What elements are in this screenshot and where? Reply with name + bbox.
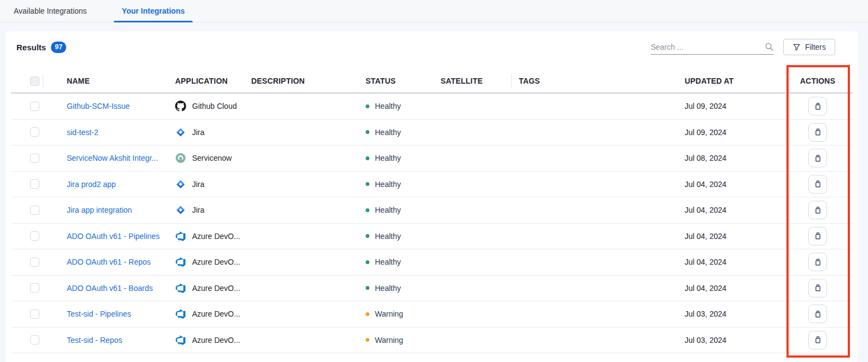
delete-button[interactable] — [808, 279, 827, 297]
status-cell: Healthy — [366, 102, 441, 110]
integration-name-link[interactable]: Jira app integration — [67, 206, 132, 214]
table-row: ADO OAuth v61 - Repos Azure DevO... Heal… — [11, 249, 853, 276]
integration-name-link[interactable]: Jira prod2 app — [67, 180, 116, 189]
trash-icon — [814, 336, 822, 344]
updated-at-cell: Jul 04, 2024 — [685, 180, 743, 189]
table-row: sid-test-2 Jira Healthy Jul 09, 2024 — [11, 120, 853, 146]
trash-icon — [814, 154, 822, 162]
status-label: Healthy — [375, 154, 401, 162]
status-cell: Healthy — [366, 232, 441, 241]
row-checkbox[interactable] — [30, 310, 39, 319]
row-checkbox[interactable] — [30, 127, 39, 137]
status-dot — [366, 156, 369, 160]
table-row: Github-SCM-Issue Github Cloud Healthy Ju… — [11, 94, 853, 120]
status-cell: Warning — [366, 336, 441, 345]
tab-available-integrations[interactable]: Available Integrations — [14, 0, 87, 22]
integrations-table: NAME APPLICATION DESCRIPTION STATUS SATE… — [11, 69, 853, 353]
delete-button[interactable] — [808, 305, 827, 323]
integration-name-link[interactable]: Github-SCM-Issue — [67, 102, 130, 110]
column-header-satellite: SATELLITE — [441, 77, 519, 85]
search-box — [651, 39, 774, 55]
column-header-actions: ACTIONS — [743, 77, 853, 85]
row-checkbox[interactable] — [30, 102, 39, 111]
select-all-checkbox[interactable] — [30, 77, 39, 86]
integration-name-link[interactable]: ADO OAuth v61 - Pipelines — [67, 232, 160, 241]
row-checkbox[interactable] — [30, 154, 39, 163]
table-row: ADO OAuth v61 - Boards Azure DevO... Hea… — [11, 276, 853, 302]
application-label: Azure DevO... — [192, 258, 240, 266]
tab-your-integrations[interactable]: Your Integrations — [114, 0, 193, 22]
application-label: Github Cloud — [192, 102, 237, 110]
results-label: Results — [16, 43, 46, 52]
trash-icon — [814, 284, 822, 292]
integration-name-link[interactable]: ADO OAuth v61 - Boards — [67, 284, 153, 293]
updated-at-cell: Jul 04, 2024 — [685, 206, 743, 214]
servicenow-icon — [175, 153, 186, 164]
updated-at-cell: Jul 03, 2024 — [685, 310, 743, 318]
row-checkbox[interactable] — [30, 231, 39, 241]
delete-button[interactable] — [808, 175, 827, 194]
table-row: Test-sid - Repos Azure DevO... Warning J… — [11, 328, 853, 354]
updated-at-cell: Jul 09, 2024 — [685, 128, 743, 137]
search-input[interactable] — [651, 43, 765, 51]
row-checkbox[interactable] — [30, 335, 39, 345]
column-header-description: DESCRIPTION — [251, 77, 366, 85]
column-header-name: NAME — [67, 77, 175, 85]
table-row: ADO OAuth v61 - Pipelines Azure DevO... … — [11, 224, 853, 250]
status-cell: Healthy — [366, 154, 441, 162]
trash-icon — [814, 258, 822, 266]
table-body: Github-SCM-Issue Github Cloud Healthy Ju… — [11, 94, 853, 353]
updated-at-cell: Jul 04, 2024 — [685, 232, 743, 241]
status-label: Healthy — [375, 180, 401, 189]
delete-button[interactable] — [808, 227, 827, 246]
github-icon — [175, 101, 186, 112]
delete-button[interactable] — [808, 149, 827, 167]
integration-name-link[interactable]: Test-sid - Repos — [67, 336, 122, 345]
status-cell: Healthy — [366, 284, 441, 293]
delete-button[interactable] — [808, 331, 827, 349]
application-label: Servicenow — [192, 154, 232, 162]
results-summary: Results 97 — [16, 42, 66, 53]
status-dot — [366, 286, 369, 290]
updated-at-cell: Jul 03, 2024 — [685, 336, 743, 345]
row-checkbox[interactable] — [30, 258, 39, 267]
row-checkbox[interactable] — [30, 283, 39, 293]
status-dot — [366, 130, 369, 134]
status-label: Warning — [375, 336, 403, 345]
column-header-status: STATUS — [366, 77, 441, 85]
delete-button[interactable] — [808, 123, 827, 142]
application-label: Jira — [192, 128, 205, 137]
filters-label: Filters — [805, 43, 826, 51]
azure-devops-icon — [175, 283, 186, 294]
status-label: Healthy — [375, 128, 401, 137]
delete-button[interactable] — [808, 97, 827, 115]
status-cell: Warning — [366, 310, 441, 318]
row-checkbox[interactable] — [30, 179, 39, 189]
status-cell: Healthy — [366, 180, 441, 189]
delete-button[interactable] — [808, 201, 827, 219]
row-checkbox[interactable] — [30, 206, 39, 215]
status-cell: Healthy — [366, 128, 441, 137]
integration-name-link[interactable]: sid-test-2 — [67, 128, 99, 137]
jira-icon — [175, 179, 186, 190]
delete-button[interactable] — [808, 253, 827, 271]
application-label: Azure DevO... — [192, 232, 240, 241]
status-label: Warning — [375, 310, 403, 318]
integration-name-link[interactable]: ADO OAuth v61 - Repos — [67, 258, 151, 266]
azure-devops-icon — [175, 308, 186, 319]
status-dot — [366, 338, 369, 342]
column-header-updated-at: UPDATED AT — [685, 77, 743, 85]
status-cell: Healthy — [366, 258, 441, 266]
integration-name-link[interactable]: Test-sid - Pipelines — [67, 310, 131, 318]
application-label: Azure DevO... — [192, 336, 240, 345]
updated-at-cell: Jul 04, 2024 — [685, 258, 743, 266]
status-label: Healthy — [375, 258, 401, 266]
filters-button[interactable]: Filters — [783, 39, 835, 55]
updated-at-cell: Jul 08, 2024 — [685, 154, 743, 162]
status-dot — [366, 234, 369, 238]
application-label: Jira — [192, 180, 205, 189]
jira-icon — [175, 127, 186, 138]
integration-name-link[interactable]: ServiceNow Akshit Integr... — [67, 154, 158, 162]
azure-devops-icon — [175, 256, 186, 267]
status-label: Healthy — [375, 284, 401, 293]
